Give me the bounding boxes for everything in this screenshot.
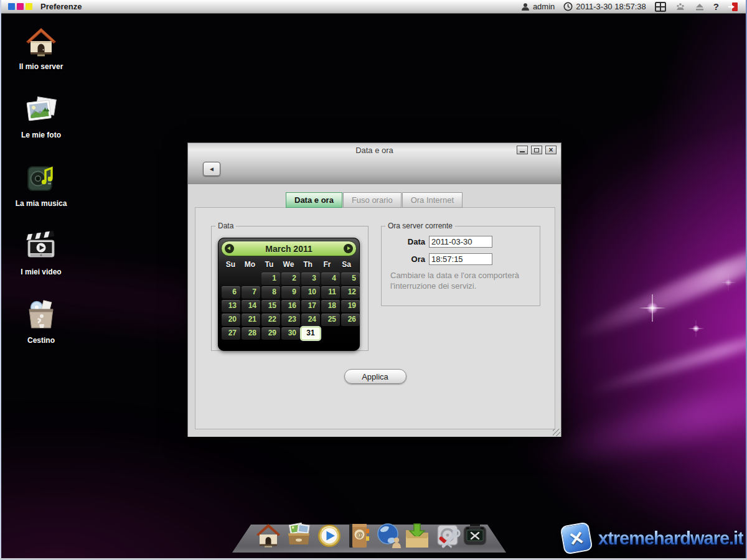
tab-ora-internet[interactable]: Ora Internet [402,192,463,208]
calendar-day-20[interactable]: 20 [222,314,240,326]
calendar-day-2[interactable]: 2 [281,273,300,285]
close-icon: × [548,146,553,154]
calendar-day-14[interactable]: 14 [242,300,260,312]
sparkle-star [720,274,736,291]
desktop-icon-my-music[interactable]: La mia musica [6,162,76,208]
watermark-text: xtremehardware.it [598,528,743,549]
help-icon[interactable]: ? [713,1,719,12]
dock-disk-tools-icon[interactable] [435,521,462,550]
calendar-day-6[interactable]: 6 [222,286,240,299]
menubar-title: Preferenze [40,2,82,11]
server-time-legend: Ora server corrente [385,222,455,230]
calendar-day-16[interactable]: 16 [281,300,300,312]
server-time-fieldset: Ora server corrente Data Ora Cambiare la… [381,222,540,306]
svg-text:@: @ [356,531,363,538]
calendar-empty-cell [321,327,340,340]
calendar-prev-button[interactable] [225,244,234,253]
desktop-icon-label: Cestino [6,336,76,345]
dock-photo-box-icon[interactable] [285,521,312,550]
dock-network-globe-icon[interactable] [376,521,403,550]
calendar-day-11[interactable]: 11 [321,286,340,299]
logout-icon[interactable] [728,2,738,12]
window-grid-icon[interactable] [655,2,666,12]
brand-logo [8,3,32,10]
calendar-day-23[interactable]: 23 [281,314,300,326]
home-icon [24,25,59,58]
chevron-left-icon [227,246,230,250]
calendar-weekday: Mo [240,260,260,269]
calendar-weekday: Sa [337,260,356,269]
calendar-day-13[interactable]: 13 [222,300,240,312]
dock-toolbox-icon[interactable] [461,521,489,550]
calendar-day-17[interactable]: 17 [301,300,320,312]
calendar-day-5[interactable]: 5 [341,273,360,285]
calendar-day-18[interactable]: 18 [321,300,340,312]
calendar-day-8[interactable]: 8 [261,286,280,299]
calendar-day-9[interactable]: 9 [281,286,300,299]
calendar-weekdays: SuMoTuWeThFrSa [221,260,357,269]
maximize-icon [534,148,539,152]
calendar-next-button[interactable] [344,244,353,253]
user-menu[interactable]: admin [521,2,555,11]
calendar-day-1[interactable]: 1 [261,273,280,285]
widgets-icon[interactable] [675,2,686,11]
user-icon [521,2,530,11]
menubar: Preferenze admin 2011-3-30 18:57:38 ? [0,0,747,14]
desktop-icon-label: La mia musica [6,199,76,208]
calendar-day-21[interactable]: 21 [242,314,260,326]
calendar-month-title: March 2011 [234,244,344,254]
desktop: Preferenze admin 2011-3-30 18:57:38 ? [0,0,747,560]
tab-fuso-orario[interactable]: Fuso orario [343,192,402,208]
desktop-icon-label: Le mie foto [6,131,76,139]
server-date-input[interactable] [429,236,492,248]
calendar-day-25[interactable]: 25 [321,314,340,326]
clock-item: 2011-3-30 18:57:38 [563,2,646,11]
calendar-day-7[interactable]: 7 [242,286,260,299]
close-button[interactable]: × [545,146,557,154]
trash-icon [24,299,59,332]
calendar-day-30[interactable]: 30 [281,327,300,340]
date-fieldset: Data March 2011 SuMoTuWeThFrSa 123456789… [211,222,369,351]
server-time-input[interactable] [429,253,492,265]
calendar-day-3[interactable]: 3 [301,273,320,285]
calendar-day-22[interactable]: 22 [261,314,280,326]
dock-home-icon[interactable] [255,521,282,550]
calendar-weekday: Th [298,260,317,269]
resize-grip[interactable] [553,429,560,436]
dock-media-player-icon[interactable] [316,521,343,550]
maximize-button[interactable] [531,146,542,154]
photos-icon [24,93,59,127]
back-button[interactable]: ◄ [203,162,220,176]
chevron-right-icon [347,246,350,250]
minimize-button[interactable] [517,146,528,154]
calendar-day-26[interactable]: 26 [341,314,360,326]
clock-icon [563,2,573,11]
calendar-empty-cell [341,327,360,340]
user-name: admin [533,2,555,11]
calendar-day-31[interactable]: 31 [301,327,320,340]
apply-button[interactable]: Applica [344,369,406,384]
calendar-day-29[interactable]: 29 [261,327,280,340]
tab-data-e-ora[interactable]: Data e ora [286,192,342,208]
calendar-day-4[interactable]: 4 [321,273,340,285]
screen-edge [0,0,1,560]
date-time-window: Data e ora × ◄ Data e ora Fuso orario Or… [187,142,561,437]
calendar-day-12[interactable]: 12 [341,286,360,299]
desktop-icon-my-photos[interactable]: Le mie foto [6,93,76,139]
desktop-icon-my-server[interactable]: Il mio server [6,25,76,71]
calendar-day-24[interactable]: 24 [301,314,320,326]
eject-icon[interactable] [695,2,705,11]
dock-download-folder-icon[interactable] [403,521,431,550]
calendar-day-10[interactable]: 10 [301,286,320,299]
desktop-icon-trash[interactable]: Cestino [6,299,76,345]
desktop-icon-label: I miei video [6,268,76,276]
calendar-day-27[interactable]: 27 [222,327,240,340]
music-icon [24,162,59,195]
calendar-day-15[interactable]: 15 [261,300,280,312]
calendar-empty-cell [222,273,240,285]
desktop-icon-my-videos[interactable]: I miei video [6,230,76,276]
calendar-day-28[interactable]: 28 [242,327,260,340]
calendar-day-19[interactable]: 19 [341,300,360,312]
calendar-header: March 2011 [221,241,357,256]
dock-address-book-icon[interactable]: @ [344,521,372,550]
